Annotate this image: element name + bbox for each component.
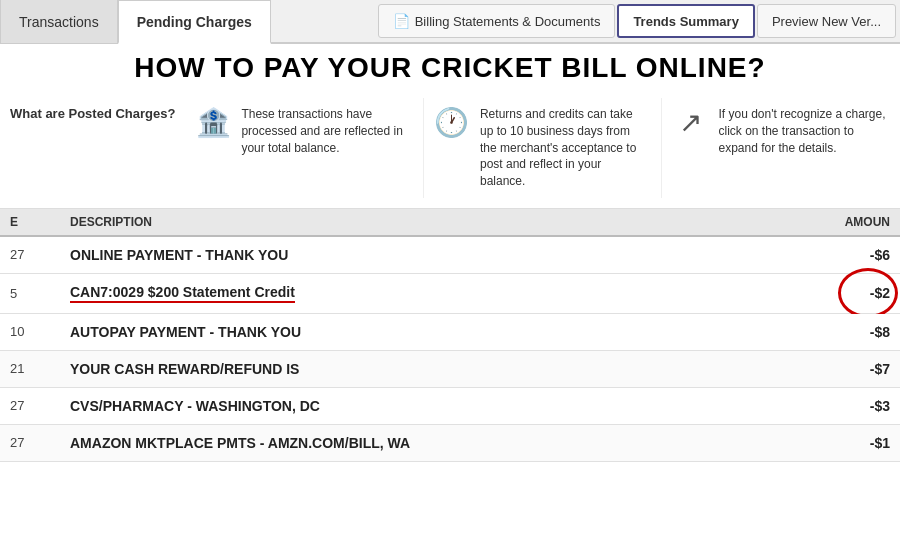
row-date: 27	[0, 435, 60, 450]
row-amount: -$7	[820, 361, 900, 377]
tab-pending-charges[interactable]: Pending Charges	[118, 0, 271, 44]
row-amount: -$6	[820, 247, 900, 263]
info-card-2-text: Returns and credits can take up to 10 bu…	[480, 106, 648, 190]
page-title: HOW TO PAY YOUR CRICKET BILL ONLINE?	[0, 44, 900, 92]
info-section-wrapper: What are Posted Charges? 🏦 These transac…	[0, 88, 900, 209]
table-body: 27ONLINE PAYMENT - THANK YOU-$65CAN7:002…	[0, 237, 900, 462]
row-date: 5	[0, 286, 60, 301]
tab-transactions[interactable]: Transactions	[0, 0, 118, 43]
row-amount: -$2	[820, 285, 900, 301]
row-description: CVS/PHARMACY - WASHINGTON, DC	[60, 398, 820, 414]
table-row[interactable]: 10AUTOPAY PAYMENT - THANK YOU-$8	[0, 314, 900, 351]
tab-bar: Transactions Pending Charges 📄 Billing S…	[0, 0, 900, 44]
info-card-3-text: If you don't recognize a charge, click o…	[718, 106, 886, 156]
info-card-3: ↗ If you don't recognize a charge, click…	[662, 98, 900, 198]
pdf-icon: 📄	[393, 13, 410, 29]
preview-new-version-button[interactable]: Preview New Ver...	[757, 4, 896, 38]
arrow-icon: ↗	[672, 106, 708, 139]
trends-summary-button[interactable]: Trends Summary	[617, 4, 755, 38]
billing-statements-button[interactable]: 📄 Billing Statements & Documents	[378, 4, 616, 38]
row-date: 27	[0, 398, 60, 413]
row-description: AUTOPAY PAYMENT - THANK YOU	[60, 324, 820, 340]
info-cards: 🏦 These transactions have processed and …	[185, 98, 900, 198]
clock-icon: 🕐	[434, 106, 470, 139]
table-row[interactable]: 27ONLINE PAYMENT - THANK YOU-$6	[0, 237, 900, 274]
table-row[interactable]: 27CVS/PHARMACY - WASHINGTON, DC-$3	[0, 388, 900, 425]
table-row[interactable]: 5CAN7:0029 $200 Statement Credit-$2	[0, 274, 900, 314]
row-amount: -$3	[820, 398, 900, 414]
info-card-1-text: These transactions have processed and ar…	[241, 106, 409, 156]
table-row[interactable]: 27AMAZON MKTPLACE PMTS - AMZN.COM/BILL, …	[0, 425, 900, 462]
bank-icon: 🏦	[195, 106, 231, 139]
row-description: ONLINE PAYMENT - THANK YOU	[60, 247, 820, 263]
row-amount: -$8	[820, 324, 900, 340]
info-card-1: 🏦 These transactions have processed and …	[185, 98, 424, 198]
row-description: AMAZON MKTPLACE PMTS - AMZN.COM/BILL, WA	[60, 435, 820, 451]
transactions-table: E DESCRIPTION AMOUN 27ONLINE PAYMENT - T…	[0, 209, 900, 462]
overlay-title-container: HOW TO PAY YOUR CRICKET BILL ONLINE?	[0, 44, 900, 92]
amount-column-header: AMOUN	[820, 215, 900, 229]
date-column-header: E	[0, 215, 60, 229]
posted-charges-title: What are Posted Charges?	[0, 98, 185, 121]
table-header: E DESCRIPTION AMOUN	[0, 209, 900, 237]
row-amount: -$1	[820, 435, 900, 451]
description-column-header: DESCRIPTION	[60, 215, 820, 229]
row-date: 10	[0, 324, 60, 339]
info-card-2: 🕐 Returns and credits can take up to 10 …	[424, 98, 663, 198]
table-row[interactable]: 21YOUR CASH REWARD/REFUND IS-$7	[0, 351, 900, 388]
row-description: YOUR CASH REWARD/REFUND IS	[60, 361, 820, 377]
row-date: 27	[0, 247, 60, 262]
info-section: What are Posted Charges? 🏦 These transac…	[0, 88, 900, 209]
row-date: 21	[0, 361, 60, 376]
row-description: CAN7:0029 $200 Statement Credit	[60, 284, 820, 303]
right-button-group: 📄 Billing Statements & Documents Trends …	[378, 0, 900, 43]
